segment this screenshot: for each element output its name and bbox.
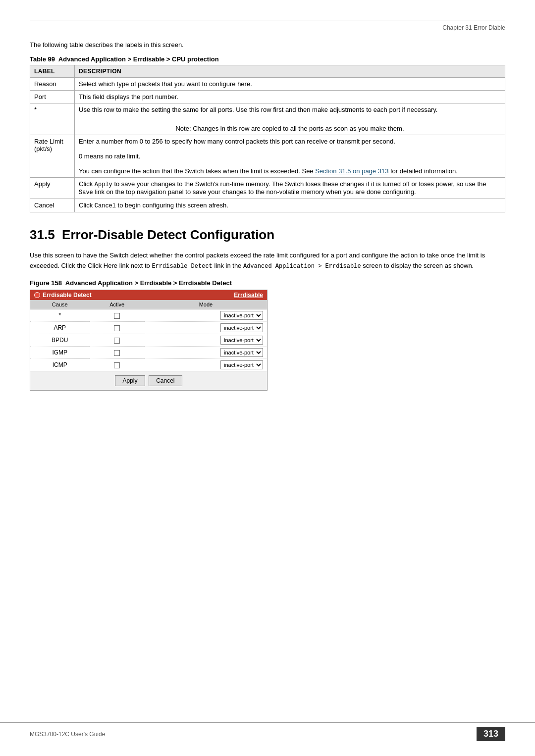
- col-header-label: LABEL: [30, 65, 75, 78]
- mode-select[interactable]: inactive-portrate-control: [220, 323, 263, 332]
- cause-cell: BPDU: [30, 334, 90, 346]
- row-desc: Select which type of packets that you wa…: [75, 78, 505, 91]
- table-row: Port This field displays the port number…: [30, 91, 505, 103]
- apply-button[interactable]: Apply: [115, 375, 145, 386]
- widget-col-cause: Cause: [30, 300, 90, 309]
- row-label: Port: [30, 91, 75, 103]
- row-label: Apply: [30, 178, 75, 199]
- table-row: * Use this row to make the setting the s…: [30, 103, 505, 135]
- active-cell[interactable]: [90, 346, 145, 358]
- row-desc: This field displays the port number.: [75, 91, 505, 103]
- row-desc: Click Apply to save your changes to the …: [75, 178, 505, 199]
- intro-text: The following table describes the labels…: [30, 41, 505, 49]
- active-cell[interactable]: [90, 334, 145, 346]
- widget-table-row: ARPinactive-portrate-control: [30, 321, 267, 334]
- mode-cell[interactable]: inactive-portrate-control: [145, 321, 267, 334]
- cancel-button[interactable]: Cancel: [149, 375, 182, 386]
- widget-title-bar: Errdisable Detect Errdisable: [30, 290, 267, 300]
- table-row: Rate Limit(pkt/s) Enter a number from 0 …: [30, 135, 505, 178]
- active-cell[interactable]: [90, 309, 145, 321]
- cause-cell: *: [30, 309, 90, 321]
- description-table: LABEL DESCRIPTION Reason Select which ty…: [30, 65, 505, 212]
- row-desc: Click Cancel to begin configuring this s…: [75, 199, 505, 212]
- mode-select[interactable]: inactive-portrate-control: [220, 336, 263, 345]
- footer-text: MGS3700-12C User's Guide: [30, 731, 105, 738]
- widget-table-row: IGMPinactive-portrate-control: [30, 346, 267, 358]
- active-checkbox[interactable]: [114, 362, 120, 368]
- mode-select[interactable]: inactive-portrate-control: [220, 360, 263, 369]
- mode-select[interactable]: inactive-portrate-control: [220, 348, 263, 357]
- widget-col-mode: Mode: [145, 300, 267, 309]
- mode-cell[interactable]: inactive-portrate-control: [145, 358, 267, 371]
- errdisable-widget: Errdisable Detect Errdisable Cause Activ…: [30, 290, 268, 391]
- section-link[interactable]: Section 31.5 on page 313: [315, 167, 388, 175]
- active-checkbox[interactable]: [114, 350, 120, 356]
- active-cell[interactable]: [90, 358, 145, 371]
- title-left: Errdisable Detect: [34, 292, 92, 299]
- row-desc: Use this row to make the setting the sam…: [75, 103, 505, 135]
- row-label: *: [30, 103, 75, 135]
- section-intro: Use this screen to have the Switch detec…: [30, 251, 505, 271]
- row-label: Reason: [30, 78, 75, 91]
- table-caption: Table 99 Advanced Application > Errdisab…: [30, 55, 505, 63]
- widget-table-row: BPDUinactive-portrate-control: [30, 334, 267, 346]
- active-cell[interactable]: [90, 321, 145, 334]
- section-heading: 31.5 Error-Disable Detect Configuration: [30, 227, 505, 243]
- active-checkbox[interactable]: [114, 313, 120, 319]
- cause-cell: ICMP: [30, 358, 90, 371]
- mode-cell[interactable]: inactive-portrate-control: [145, 346, 267, 358]
- active-checkbox[interactable]: [114, 325, 120, 331]
- figure-caption: Figure 158 Advanced Application > Errdis…: [30, 279, 505, 287]
- widget-footer: Apply Cancel: [30, 371, 267, 390]
- header-rule: [30, 20, 505, 20]
- cause-cell: IGMP: [30, 346, 90, 358]
- widget-col-active: Active: [90, 300, 145, 309]
- mode-cell[interactable]: inactive-portrate-control: [145, 309, 267, 321]
- widget-table-row: ICMPinactive-portrate-control: [30, 358, 267, 371]
- page-number: 313: [477, 727, 505, 741]
- table-row: Apply Click Apply to save your changes t…: [30, 178, 505, 199]
- col-header-description: DESCRIPTION: [75, 65, 505, 78]
- page-footer: MGS3700-12C User's Guide 313: [0, 722, 535, 741]
- errdisable-nav-link[interactable]: Errdisable: [234, 292, 263, 299]
- table-row: Reason Select which type of packets that…: [30, 78, 505, 91]
- row-label: Rate Limit(pkt/s): [30, 135, 75, 178]
- widget-title: Errdisable Detect: [43, 292, 92, 299]
- mode-cell[interactable]: inactive-portrate-control: [145, 334, 267, 346]
- row-desc: Enter a number from 0 to 256 to specify …: [75, 135, 505, 178]
- widget-icon: [34, 292, 40, 298]
- widget-table: Cause Active Mode *inactive-portrate-con…: [30, 300, 267, 371]
- cause-cell: ARP: [30, 321, 90, 334]
- active-checkbox[interactable]: [114, 338, 120, 344]
- row-label: Cancel: [30, 199, 75, 212]
- widget-table-row: *inactive-portrate-control: [30, 309, 267, 321]
- mode-select[interactable]: inactive-portrate-control: [220, 311, 263, 320]
- chapter-header: Chapter 31 Error Diable: [30, 24, 505, 31]
- table-row: Cancel Click Cancel to begin configuring…: [30, 199, 505, 212]
